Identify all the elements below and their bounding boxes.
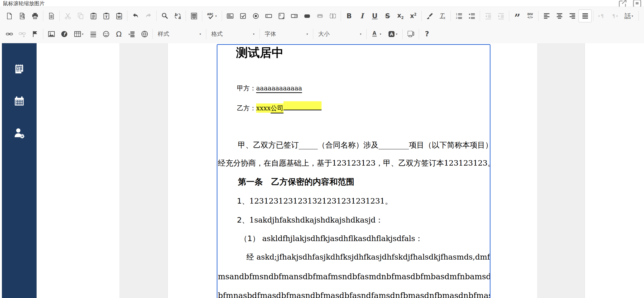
chevron-down-icon: ▾: [380, 32, 382, 36]
image-button[interactable]: [45, 27, 58, 40]
copy-formatting-button[interactable]: [423, 9, 436, 22]
anchor-button[interactable]: [28, 27, 41, 40]
toolbar-row-2: f▾Ω样式▾格式▾字体▾大小▾A▾A▾?: [0, 25, 644, 43]
toolbar-separator: [202, 11, 202, 21]
text-run: 第一条 乙方保密的内容和范围: [238, 177, 354, 186]
subscript-button[interactable]: x2: [394, 9, 407, 22]
italic-button[interactable]: I: [356, 9, 368, 22]
paste-as-text-button[interactable]: T: [100, 9, 113, 22]
superscript-button[interactable]: x2: [407, 9, 420, 22]
spell-check-button[interactable]: ABC▾: [204, 9, 220, 22]
text-run: 1231231231231321231231231231: [249, 196, 385, 205]
underline-button[interactable]: U: [368, 9, 381, 22]
toolbar-separator: [450, 11, 451, 21]
size-combo[interactable]: 大小▾: [315, 28, 365, 40]
numbered-list-button[interactable]: 12: [452, 9, 465, 22]
styles-combo[interactable]: 样式▾: [154, 28, 204, 40]
divbox-icon: DIV</>: [527, 13, 533, 19]
svg-text:2: 2: [456, 16, 457, 19]
form-button[interactable]: [224, 9, 236, 22]
language-button[interactable]: 話▾: [621, 9, 637, 22]
background-color-button[interactable]: A▾: [384, 27, 401, 40]
editable-document[interactable]: 测试居中甲方：aaaaaaaaaaaa乙方：xxxx公司甲、乙双方已签订____…: [217, 44, 490, 298]
redo-button: [142, 9, 155, 22]
remove-format-button[interactable]: Tx: [436, 9, 449, 22]
preview-button[interactable]: [16, 9, 28, 22]
sidebar-item-user-settings[interactable]: [13, 127, 26, 140]
strikethrough-button[interactable]: S: [381, 9, 394, 22]
text-run: xxxx: [256, 103, 271, 113]
toolbar-separator: [421, 11, 422, 21]
smiley-button[interactable]: [100, 27, 112, 40]
svg-text:¶: ¶: [601, 13, 604, 19]
cut-icon: [64, 12, 72, 20]
text-direction-rtl-button: ¶: [608, 9, 621, 22]
text-run: 经: [246, 252, 256, 262]
textarea-button[interactable]: [275, 9, 288, 22]
svg-text:b: b: [175, 12, 178, 17]
bgcolor-icon: A: [388, 30, 395, 38]
hidden-field-button[interactable]: [326, 9, 339, 22]
flash-button[interactable]: f: [58, 27, 70, 40]
templates-button[interactable]: [45, 9, 58, 22]
blockquote-button[interactable]: ”: [511, 9, 524, 22]
about-button[interactable]: ?: [420, 27, 434, 40]
italic-icon: I: [360, 12, 364, 19]
ol-icon: 12: [455, 12, 463, 20]
select-all-button[interactable]: [188, 9, 200, 22]
buttonfield-icon: [304, 12, 311, 20]
button-field-button[interactable]: [300, 9, 314, 22]
checkbox-button[interactable]: [236, 9, 249, 22]
doc-title: 测试居中: [236, 45, 284, 60]
text-color-button[interactable]: A▾: [368, 27, 384, 40]
new-document-button[interactable]: [3, 9, 16, 22]
contract-paragraph-line1: 甲、乙双方已签订_____（合同名称）涉及________项目（以下简称本项目）…: [238, 140, 490, 150]
paste-from-word-button[interactable]: W: [113, 9, 126, 22]
find-button[interactable]: [158, 9, 171, 22]
font-combo[interactable]: 字体▾: [262, 28, 311, 40]
format-combo[interactable]: 格式▾: [208, 28, 258, 40]
selection-field-button[interactable]: [288, 9, 300, 22]
svg-text:T: T: [105, 15, 108, 19]
align-left-button[interactable]: [540, 9, 553, 22]
font-combo-label: 字体: [265, 30, 276, 38]
find-icon: [161, 12, 168, 20]
iframe-button[interactable]: [138, 27, 151, 40]
chevron-down-icon: ▾: [200, 32, 201, 36]
text-run: （合同名称）涉及: [318, 141, 378, 149]
radio-button-button[interactable]: [249, 9, 262, 22]
table-button[interactable]: ▾: [70, 27, 87, 40]
page-break-button[interactable]: [125, 27, 138, 40]
clause-heading: 第一条 乙方保密的内容和范围: [238, 177, 354, 187]
bulleted-list-button[interactable]: [465, 9, 478, 22]
align-center-button[interactable]: [553, 9, 566, 22]
replace-button[interactable]: ba: [171, 9, 184, 22]
align-right-button[interactable]: [566, 9, 579, 22]
print-button[interactable]: [28, 9, 41, 22]
bold-button[interactable]: B: [343, 9, 356, 22]
link-button[interactable]: [3, 27, 16, 40]
toolbar-separator: [313, 29, 313, 39]
text-field-button[interactable]: [262, 9, 275, 22]
undo-button[interactable]: [129, 9, 142, 22]
svg-text:1: 1: [456, 12, 457, 16]
maximize-button[interactable]: [404, 27, 417, 40]
justify-button[interactable]: [579, 9, 592, 22]
horizontal-rule-button[interactable]: [87, 27, 100, 40]
image-button-button[interactable]: [314, 9, 326, 22]
select-all-icon: [190, 12, 198, 20]
sidebar-item-calendar[interactable]: [13, 95, 26, 107]
print-icon: [31, 12, 39, 20]
flash-icon: f: [60, 30, 68, 38]
div-container-button[interactable]: DIV</>: [524, 9, 536, 22]
left-gutter-band: [120, 43, 168, 298]
text-run: 1、: [237, 196, 249, 205]
svg-text:ABC: ABC: [207, 12, 214, 16]
text-direction-ltr-button: ¶: [595, 9, 608, 22]
paste-button[interactable]: [87, 9, 100, 22]
sidebar-item-notes-document[interactable]: G: [13, 62, 26, 75]
selectfield-icon: [291, 12, 298, 20]
toolbar-separator: [366, 29, 367, 39]
align-center-icon: [556, 12, 563, 20]
special-character-button[interactable]: Ω: [112, 27, 125, 40]
